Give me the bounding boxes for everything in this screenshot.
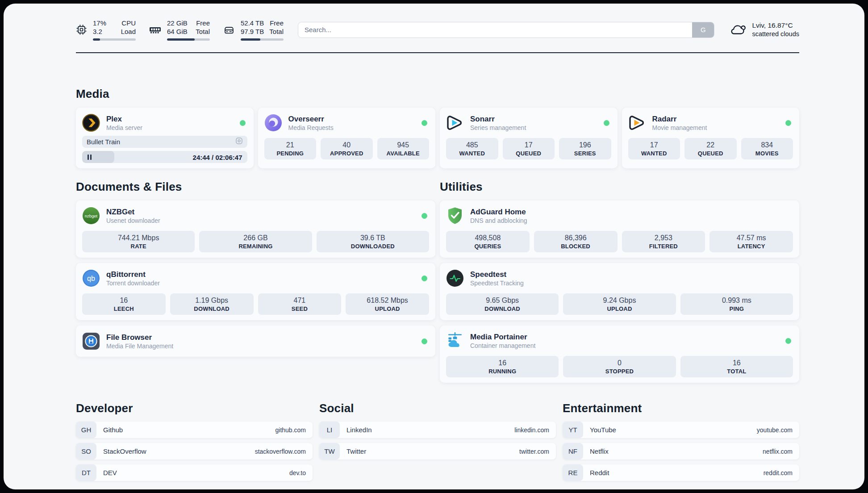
sonarr-icon (446, 114, 464, 132)
link-name: Netflix (590, 447, 763, 455)
status-online-dot (785, 120, 791, 126)
app-subtitle: Torrent downloader (106, 279, 415, 287)
stat-box: 1.19 Gbps DOWNLOAD (170, 293, 254, 315)
plex-player-bar[interactable]: 24:44 / 02:06:47 (82, 151, 247, 163)
link-row-github[interactable]: GH Github github.com (76, 422, 313, 438)
speedtest-icon (446, 269, 464, 287)
link-abbr: TW (319, 443, 340, 460)
stat-box: 22 QUEUED (684, 138, 737, 159)
app-card-adguard[interactable]: AdGuard Home DNS and adblocking 498,508 … (440, 201, 799, 258)
stat-box: 9.24 Gbps UPLOAD (563, 293, 676, 315)
link-abbr: GH (76, 422, 96, 438)
svg-text:nzbget: nzbget (85, 213, 98, 218)
disk-values: 52.4 TB97.9 TB (241, 19, 264, 36)
media-grid: Plex Media server Bullet Train 24:44 / 0… (76, 108, 799, 168)
nzbget-icon: nzbget (82, 207, 100, 225)
link-row-linkedin[interactable]: LI LinkedIn linkedin.com (319, 422, 556, 438)
app-name: Sonarr (470, 114, 597, 124)
link-name: StackOverflow (103, 447, 255, 455)
link-url: dev.to (289, 469, 306, 476)
system-widgets: 17%3.2 CPULoad (76, 19, 284, 41)
developer-column: Developer GH Github github.com SO StackO… (76, 401, 313, 481)
monitor-icon (235, 137, 243, 146)
app-card-nzbget[interactable]: nzbget NZBGet Usenet downloader 744.21 M… (76, 201, 435, 258)
app-name: Radarr (652, 114, 780, 124)
utilities-column: Utilities (440, 179, 799, 383)
section-title-media: Media (76, 86, 799, 101)
app-card-plex[interactable]: Plex Media server Bullet Train 24:44 / 0… (76, 108, 254, 168)
app-card-radarr[interactable]: Radarr Movie management 17 WANTED 22 QUE… (622, 108, 800, 168)
app-card-speedtest[interactable]: Speedtest Speedtest Tracking 9.65 Gbps D… (440, 263, 799, 320)
player-time: 24:44 / 02:06:47 (193, 153, 242, 161)
app-card-sonarr[interactable]: Sonarr Series management 485 WANTED 17 Q… (440, 108, 618, 168)
link-row-stackoverflow[interactable]: SO StackOverflow stackoverflow.com (76, 443, 313, 460)
link-url: youtube.com (757, 426, 793, 434)
disk-icon (223, 25, 235, 35)
status-online-dot (421, 213, 427, 219)
app-subtitle: Speedtest Tracking (470, 279, 793, 287)
link-row-reddit[interactable]: RE Reddit reddit.com (563, 464, 799, 481)
section-title-utilities: Utilities (440, 179, 799, 194)
link-row-twitter[interactable]: TW Twitter twitter.com (319, 443, 556, 460)
link-name: YouTube (590, 426, 757, 434)
app-name: qBittorrent (106, 270, 415, 279)
stat-box: 485 WANTED (446, 138, 498, 159)
stat-box: 21 PENDING (264, 138, 317, 159)
link-abbr: DT (76, 464, 96, 481)
stat-box: 471 SEED (258, 293, 342, 315)
app-name: File Browser (106, 333, 415, 342)
dashboard-panel: 17%3.2 CPULoad (4, 4, 864, 489)
link-url: twitter.com (519, 448, 549, 455)
app-subtitle: Usenet downloader (106, 217, 415, 225)
stat-box: 16 TOTAL (680, 356, 793, 377)
stat-box: 834 MOVIES (741, 138, 793, 159)
link-row-netflix[interactable]: NF Netflix netflix.com (563, 443, 799, 460)
overseerr-icon (264, 114, 282, 132)
app-subtitle: Media server (106, 124, 234, 132)
entertainment-column: Entertainment YT YouTube youtube.com NF … (563, 401, 799, 481)
ram-values: 22 GiB64 GiB (167, 19, 188, 36)
link-row-dev[interactable]: DT DEV dev.to (76, 464, 313, 481)
search-engine-button[interactable]: G (692, 22, 714, 38)
now-playing-title: Bullet Train (87, 138, 235, 146)
weather-condition: scattered clouds (752, 30, 799, 38)
disk-progress-bar (241, 38, 284, 41)
app-name: Plex (106, 114, 234, 124)
stat-box: 16 RUNNING (446, 356, 559, 377)
svg-text:qb: qb (87, 275, 95, 282)
link-name: Reddit (590, 469, 764, 476)
app-card-portainer[interactable]: Media Portainer Container management 16 … (440, 326, 799, 383)
app-name: NZBGet (106, 207, 415, 217)
radarr-icon (628, 114, 646, 132)
link-row-youtube[interactable]: YT YouTube youtube.com (563, 422, 799, 438)
portainer-icon (446, 332, 464, 350)
status-online-dot (421, 120, 427, 126)
stat-box: 17 WANTED (628, 138, 680, 159)
documents-column: Documents & Files nzbget (76, 179, 435, 357)
cpu-widget: 17%3.2 CPULoad (76, 19, 136, 41)
weather-widget: Lviv, 16.87°C scattered clouds (730, 21, 799, 38)
topbar-divider (76, 52, 799, 53)
top-bar: 17%3.2 CPULoad (76, 4, 799, 41)
stat-box: 945 AVAILABLE (377, 138, 430, 159)
stat-box: 17 QUEUED (503, 138, 555, 159)
stat-box: 0 STOPPED (563, 356, 676, 377)
status-online-dot (421, 338, 427, 344)
qbittorrent-icon: qb (82, 269, 100, 287)
link-name: DEV (103, 469, 289, 476)
search-box: G (298, 22, 714, 38)
search-input[interactable] (298, 22, 714, 38)
section-title-documents: Documents & Files (76, 179, 435, 194)
status-online-dot (604, 120, 609, 126)
link-abbr: RE (563, 464, 583, 481)
app-card-overseerr[interactable]: Overseerr Media Requests 21 PENDING 40 A… (258, 108, 436, 168)
pause-icon[interactable] (88, 155, 92, 160)
app-subtitle: Container management (470, 342, 779, 350)
app-card-qbittorrent[interactable]: qb qBittorrent Torrent downloader 16 LEE… (76, 263, 435, 320)
stat-box: 47.57 ms LATENCY (709, 231, 793, 252)
filebrowser-icon (82, 332, 100, 350)
stat-box: 86,396 BLOCKED (534, 231, 618, 252)
app-card-filebrowser[interactable]: File Browser Media File Management (76, 326, 435, 357)
ram-labels: FreeTotal (196, 19, 210, 36)
section-title-developer: Developer (76, 401, 313, 416)
